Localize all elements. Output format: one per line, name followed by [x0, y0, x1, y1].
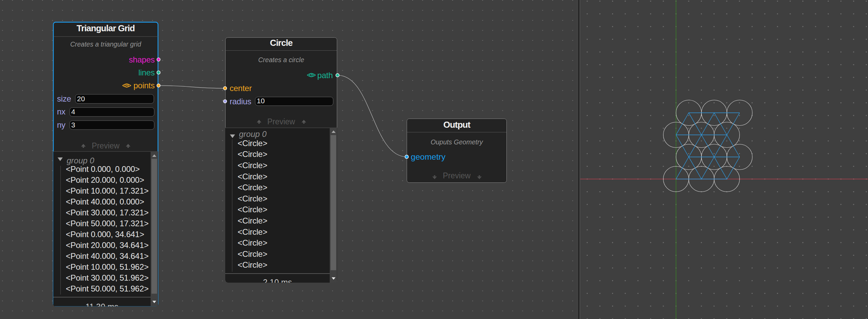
svg-text:<Point 0.000, 34.641>: <Point 0.000, 34.641>: [66, 230, 144, 239]
svg-text:Preview: Preview: [443, 171, 471, 180]
svg-text:size: size: [57, 94, 71, 103]
svg-text:shapes: shapes: [129, 55, 155, 64]
svg-text:Triangular Grid: Triangular Grid: [77, 23, 135, 33]
svg-text:<Circle>: <Circle>: [238, 238, 267, 247]
svg-text:ny: ny: [57, 120, 65, 129]
svg-text:<Circle>: <Circle>: [238, 205, 267, 214]
svg-text:<Point 0.000, 0.000>: <Point 0.000, 0.000>: [66, 164, 140, 174]
svg-text:<Point 10.000, 17.321>: <Point 10.000, 17.321>: [66, 186, 149, 195]
svg-text:<Circle>: <Circle>: [238, 161, 267, 170]
svg-text:<Point 50.000, 51.962>: <Point 50.000, 51.962>: [66, 284, 149, 293]
svg-text:<Point 30.000, 17.321>: <Point 30.000, 17.321>: [66, 208, 149, 217]
svg-text:<Point 40.000, 0.000>: <Point 40.000, 0.000>: [66, 197, 144, 206]
svg-text:path: path: [317, 71, 333, 80]
svg-text:<Circle>: <Circle>: [238, 139, 267, 148]
svg-text:<Circle>: <Circle>: [238, 249, 267, 259]
svg-text:group 0: group 0: [67, 156, 95, 165]
svg-text:center: center: [230, 84, 252, 93]
svg-text:<Point 40.000, 34.641>: <Point 40.000, 34.641>: [66, 251, 149, 261]
svg-text:points: points: [133, 81, 155, 90]
svg-text:<Point 20.000, 34.641>: <Point 20.000, 34.641>: [66, 241, 149, 250]
svg-text:lines: lines: [138, 68, 155, 77]
svg-text:radius: radius: [230, 97, 251, 106]
svg-text:<Point 50.000, 17.321>: <Point 50.000, 17.321>: [66, 219, 149, 228]
svg-text:Creates a circle: Creates a circle: [258, 56, 304, 64]
svg-text:<Circle>: <Circle>: [238, 183, 267, 192]
svg-text:Preview: Preview: [92, 141, 120, 150]
svg-text:<Circle>: <Circle>: [238, 149, 267, 159]
svg-text:Output: Output: [443, 120, 471, 130]
svg-text:20: 20: [77, 95, 85, 103]
svg-text:Ouputs Geometry: Ouputs Geometry: [431, 138, 483, 146]
svg-text:Creates a triangular grid: Creates a triangular grid: [70, 40, 141, 48]
svg-text:<Point 30.000, 51.962>: <Point 30.000, 51.962>: [66, 273, 149, 282]
svg-text:3: 3: [71, 121, 75, 129]
svg-text:<Circle>: <Circle>: [238, 260, 267, 269]
svg-text:<Point 20.000, 0.000>: <Point 20.000, 0.000>: [66, 175, 144, 184]
svg-text:<Circle>: <Circle>: [238, 172, 267, 181]
svg-text:geometry: geometry: [411, 152, 446, 161]
svg-text:<Circle>: <Circle>: [238, 216, 267, 225]
svg-text:<Circle>: <Circle>: [238, 227, 267, 236]
svg-text:4: 4: [71, 108, 75, 116]
svg-text:<Point 10.000, 51.962>: <Point 10.000, 51.962>: [66, 262, 149, 271]
svg-text:Preview: Preview: [267, 117, 295, 126]
svg-text:Circle: Circle: [270, 38, 293, 48]
svg-text:nx: nx: [57, 107, 65, 116]
svg-text:<Circle>: <Circle>: [238, 194, 267, 203]
svg-text:10: 10: [257, 97, 265, 105]
svg-text:group 0: group 0: [239, 129, 267, 139]
